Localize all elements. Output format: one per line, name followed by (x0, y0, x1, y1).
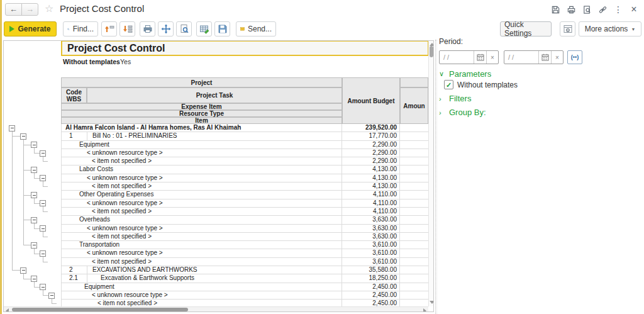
column-header-resource-type[interactable]: Resource Type (61, 110, 342, 117)
cell-amount-truncated[interactable] (400, 199, 428, 207)
report-row[interactable]: Equipment2,290.00 (61, 141, 428, 149)
cell-code-wbs[interactable]: 2.1 (62, 274, 87, 282)
cell-amount-budget[interactable]: 4,130.00 (342, 174, 400, 182)
cell-amount-budget[interactable]: 17,770.00 (342, 132, 400, 140)
cell-amount-budget[interactable]: 3,610.00 (342, 249, 400, 257)
report-row[interactable]: Equipment2,450.00 (61, 283, 428, 291)
cell-amount-budget[interactable]: 4,130.00 (342, 165, 400, 173)
preview-icon[interactable] (582, 4, 592, 14)
column-header-project[interactable]: Project (61, 77, 342, 87)
cell-amount-budget[interactable]: 35,580.00 (342, 266, 400, 274)
cell-amount-truncated[interactable] (400, 249, 428, 257)
group-by-section-header[interactable]: › Group By: (439, 108, 486, 117)
cell-amount-budget[interactable]: 18,250.00 (342, 274, 400, 282)
cell-description[interactable]: < item not specified > (62, 258, 342, 266)
cell-amount-truncated[interactable] (400, 165, 428, 173)
clear-date-icon[interactable]: × (551, 51, 563, 64)
scroll-right-arrow[interactable] (423, 308, 426, 312)
report-row[interactable]: Al Hamra Falcon Island - Al Hamra homes,… (61, 124, 428, 132)
period-end-input[interactable]: / / × (504, 50, 564, 64)
cell-description[interactable]: Equipment (62, 141, 342, 149)
cell-description[interactable]: Al Hamra Falcon Island - Al Hamra homes,… (62, 124, 342, 132)
cell-amount-truncated[interactable] (400, 266, 428, 274)
report-row[interactable]: < unknown resource type >3,630.00 (61, 225, 428, 233)
close-icon[interactable]: × (629, 4, 639, 14)
cell-project-task[interactable]: EXCAVATIONS AND EARTHWORKS (87, 266, 342, 274)
generate-button[interactable]: Generate (4, 21, 57, 36)
cell-amount-truncated[interactable] (400, 174, 428, 182)
save-report-button[interactable] (214, 21, 230, 36)
cell-amount-budget[interactable]: 4,110.00 (342, 191, 400, 198)
report-row[interactable]: < unknown resource type >3,610.00 (61, 249, 428, 257)
period-start-input[interactable]: / / × (439, 50, 499, 64)
cell-description[interactable]: Labor Costs (62, 165, 342, 173)
cell-description[interactable]: < unknown resource type > (62, 291, 342, 299)
cell-amount-truncated[interactable] (400, 225, 428, 232)
cell-amount-budget[interactable]: 239,520.00 (342, 124, 400, 132)
cell-amount-budget[interactable]: 2,450.00 (342, 291, 400, 299)
cell-amount-truncated[interactable] (400, 233, 428, 240)
cell-amount-truncated[interactable] (400, 241, 428, 249)
cell-project-task[interactable]: Excavation & Earthwork Supports (87, 274, 342, 282)
cell-amount-budget[interactable]: 4,110.00 (342, 208, 400, 215)
cell-amount-truncated[interactable] (400, 141, 428, 149)
favorite-star-icon[interactable]: ☆ (45, 3, 53, 14)
report-row[interactable]: < unknown resource type >2,450.00 (61, 291, 428, 300)
cell-amount-truncated[interactable] (400, 283, 428, 291)
report-parameter-label[interactable]: Without templates (63, 58, 120, 65)
back-button[interactable]: ← (5, 3, 22, 16)
forward-button[interactable]: → (21, 3, 38, 16)
cell-description[interactable]: < unknown resource type > (62, 174, 342, 182)
cell-amount-budget[interactable]: 2,290.00 (342, 141, 400, 149)
parameters-section-header[interactable]: ∨ Parameters (439, 69, 491, 79)
cell-amount-truncated[interactable] (400, 216, 428, 223)
cell-amount-budget[interactable]: 3,610.00 (342, 241, 400, 249)
find-button[interactable]: Find... (63, 21, 98, 36)
cell-description[interactable]: < item not specified > (62, 182, 342, 190)
column-header-amount-budget[interactable]: Amount Budget (342, 77, 400, 124)
cell-description[interactable]: < unknown resource type > (62, 149, 342, 157)
report-row[interactable]: < unknown resource type >4,110.00 (61, 199, 428, 208)
filters-section-header[interactable]: › Filters (439, 94, 471, 103)
scroll-down-arrow[interactable] (430, 301, 434, 304)
report-row[interactable]: < item not specified >3,630.00 (61, 233, 428, 241)
report-row[interactable]: 2EXCAVATIONS AND EARTHWORKS35,580.00 (61, 266, 428, 274)
report-row[interactable]: < item not specified >4,130.00 (61, 182, 428, 191)
column-header-amount-group[interactable] (400, 77, 428, 87)
report-row[interactable]: < item not specified >2,290.00 (61, 157, 428, 165)
period-end-value[interactable]: / / (504, 51, 538, 64)
column-header-project-task[interactable]: Project Task (87, 87, 342, 103)
cell-description[interactable]: < unknown resource type > (62, 249, 342, 257)
report-title-cell[interactable]: Project Cost Control (61, 41, 428, 56)
column-header-item[interactable]: Item (61, 117, 342, 124)
report-row[interactable]: 2.1Excavation & Earthwork Supports18,250… (61, 274, 428, 283)
cell-amount-budget[interactable]: 4,110.00 (342, 199, 400, 207)
cell-amount-budget[interactable]: 2,450.00 (342, 283, 400, 291)
pan-view-button[interactable] (158, 21, 174, 36)
report-row[interactable]: < item not specified >3,610.00 (61, 258, 428, 266)
cell-amount-truncated[interactable] (400, 182, 428, 190)
cell-amount-truncated[interactable] (400, 124, 428, 132)
cell-amount-truncated[interactable] (400, 291, 428, 299)
panel-splitter[interactable] (435, 40, 437, 314)
cell-amount-budget[interactable]: 3,610.00 (342, 258, 400, 266)
report-row[interactable]: < unknown resource type >2,290.00 (61, 149, 428, 157)
report-row[interactable]: Labor Costs4,130.00 (61, 165, 428, 174)
cell-amount-truncated[interactable] (400, 274, 428, 282)
print-icon[interactable] (566, 4, 576, 14)
cell-description[interactable]: < unknown resource type > (62, 199, 342, 207)
cell-description[interactable]: < unknown resource type > (62, 225, 342, 232)
report-parameter-value[interactable]: Yes (120, 58, 131, 65)
cell-amount-budget[interactable]: 3,630.00 (342, 216, 400, 223)
cell-description[interactable]: Transportation (62, 241, 342, 249)
print-preview-button[interactable] (176, 21, 192, 36)
cell-description[interactable]: < item not specified > (62, 157, 342, 165)
vertical-scrollbar[interactable] (428, 41, 434, 306)
expand-groups-button[interactable] (119, 21, 135, 36)
cell-project-task[interactable]: Bill No : 01 - PRELIMINARIES (87, 132, 342, 140)
calendar-icon[interactable] (474, 51, 486, 64)
cell-amount-budget[interactable]: 2,290.00 (342, 149, 400, 157)
report-row[interactable]: Overheads3,630.00 (61, 216, 428, 224)
clear-date-icon[interactable]: × (486, 51, 498, 64)
cell-code-wbs[interactable]: 1 (62, 132, 87, 140)
